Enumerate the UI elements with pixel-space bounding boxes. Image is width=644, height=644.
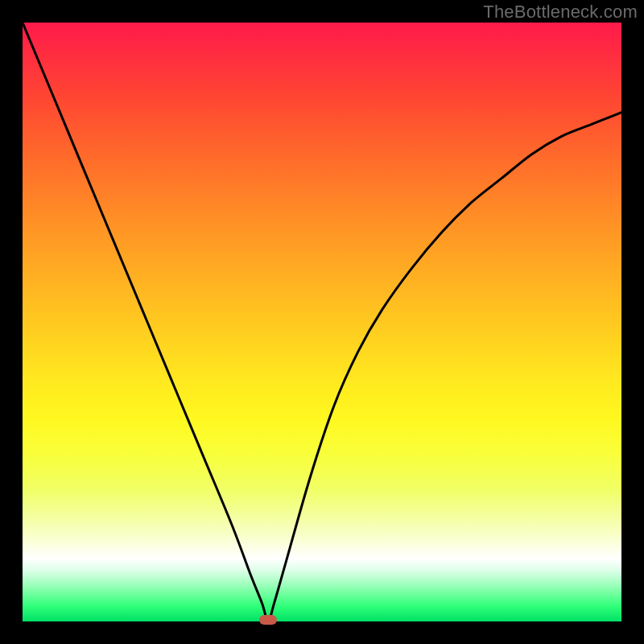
chart-frame: TheBottleneck.com bbox=[0, 0, 644, 644]
watermark-text: TheBottleneck.com bbox=[483, 2, 638, 23]
bottleneck-curve bbox=[23, 23, 621, 621]
plot-area bbox=[23, 23, 621, 621]
bottleneck-marker bbox=[259, 615, 277, 625]
